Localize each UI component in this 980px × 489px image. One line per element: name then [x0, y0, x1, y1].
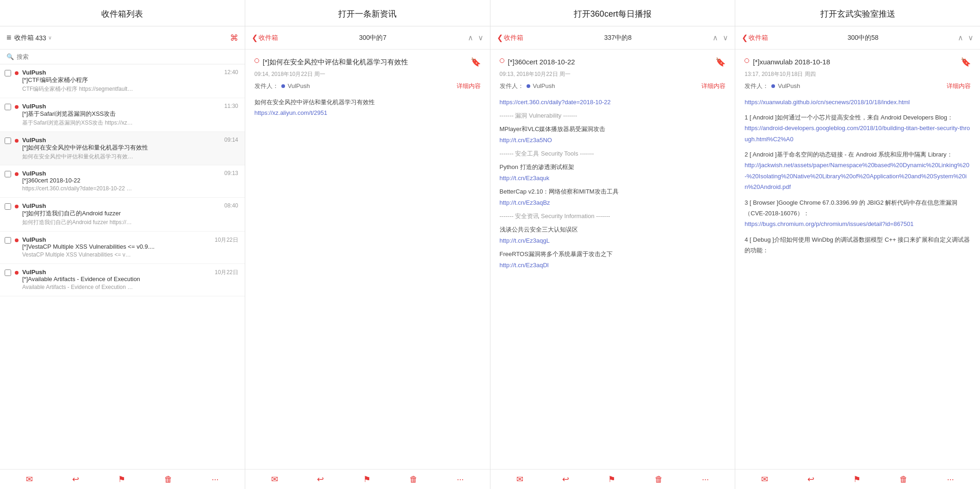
item2-link[interactable]: http://t.cn/Ez3aquk: [500, 175, 550, 182]
email-content: VulPush [*]如何在安全风控中评估和量化机器学习有效性 如何在安全风控中…: [22, 137, 221, 161]
filter-icon[interactable]: ⌘: [230, 33, 238, 43]
email-sender: VulPush: [22, 236, 211, 243]
bookmark-icon[interactable]: 🔖: [961, 57, 971, 67]
panel-360cert: ❮ 收件箱 337中的8 ∧ ∨ [*]360cert 2018-10-22 🔖: [490, 26, 736, 489]
more-button[interactable]: ···: [947, 475, 954, 484]
reply-button[interactable]: ✉: [26, 474, 33, 484]
detail-sender: 发件人： VulPush: [254, 82, 310, 90]
email-checkbox[interactable]: [5, 138, 11, 144]
email-title: [*]CTF编码全家桶小程序: [22, 76, 221, 84]
reply-button[interactable]: ✉: [761, 474, 768, 484]
item2-prefix: 2 [ Android ]基于命名空间的动态链接 - 在 Android 系统和…: [744, 149, 971, 160]
email-title: [*]VestaCP Multiple XSS Vulnerabilities …: [22, 243, 211, 250]
separator-3: ------- 安全资讯 Security Information ------…: [500, 211, 726, 221]
item5-link[interactable]: http://t.cn/Ez3aqDl: [500, 262, 549, 269]
more-detail-button[interactable]: 详细内容: [457, 82, 481, 90]
email-list: VulPush [*]CTF编码全家桶小程序 CTF编码全家桶小程序 https…: [0, 64, 245, 469]
hamburger-icon[interactable]: ≡: [6, 33, 12, 43]
more-button[interactable]: ···: [212, 475, 219, 484]
email-checkbox[interactable]: [5, 237, 11, 244]
top-labels: 收件箱列表 打开一条新资讯 打开360cert每日播报 打开玄武实验室推送: [0, 0, 980, 26]
search-input[interactable]: [17, 53, 238, 60]
item1-link[interactable]: https://android-developers.googleblog.co…: [744, 125, 970, 142]
email-time: 10月22日: [215, 269, 238, 276]
delete-button[interactable]: 🗑: [655, 475, 663, 484]
email-sender: VulPush: [22, 202, 221, 209]
flag-button[interactable]: ⚑: [363, 474, 371, 484]
prev-button[interactable]: ∧: [713, 33, 718, 42]
email-checkbox[interactable]: [5, 203, 11, 210]
back-chevron-icon: ❮: [252, 33, 258, 42]
sender-label: 发件人：: [254, 82, 279, 90]
email-checkbox[interactable]: [5, 104, 11, 110]
more-detail-button[interactable]: 详细内容: [701, 82, 726, 90]
email-item[interactable]: VulPush [*]360cert 2018-10-22 https://ce…: [0, 165, 245, 198]
body-link[interactable]: https://xz.aliyun.com/t/2951: [254, 109, 328, 116]
more-button[interactable]: ···: [457, 475, 464, 484]
email-title: [*]基于Safari浏览器漏洞的XSS攻击: [22, 110, 221, 118]
email-time: 08:40: [224, 202, 238, 209]
detail-date: 13:17, 2018年10月18日 周四: [744, 70, 971, 78]
email-checkbox[interactable]: [5, 270, 11, 276]
email-preview: VestaCP Multiple XSS Vulnerabilities <= …: [22, 251, 133, 259]
email-sender: VulPush: [22, 69, 221, 76]
sender-name: VulPush: [778, 82, 800, 89]
email-item[interactable]: VulPush [*]Available Artifacts - Evidenc…: [0, 264, 245, 296]
email-time: 12:40: [224, 69, 238, 75]
bookmark-icon[interactable]: 🔖: [715, 57, 726, 67]
back-button[interactable]: ❮ 收件箱: [742, 33, 768, 42]
next-button[interactable]: ∨: [478, 33, 484, 42]
email-item[interactable]: VulPush [*]如何在安全风控中评估和量化机器学习有效性 如何在安全风控中…: [0, 132, 245, 166]
delete-button[interactable]: 🗑: [164, 475, 173, 484]
forward-button[interactable]: ↩: [72, 474, 79, 484]
item3-link[interactable]: https://bugs.chromium.org/p/chromium/iss…: [744, 220, 913, 227]
email-item[interactable]: VulPush [*]基于Safari浏览器漏洞的XSS攻击 基于Safari浏…: [0, 98, 245, 132]
next-button[interactable]: ∨: [968, 33, 974, 42]
flag-button[interactable]: ⚑: [118, 474, 125, 484]
email-time: 09:13: [224, 170, 238, 176]
prev-button[interactable]: ∧: [468, 33, 473, 42]
prev-button[interactable]: ∧: [958, 33, 963, 42]
email-sender: VulPush: [22, 103, 221, 110]
forward-button[interactable]: ↩: [807, 474, 814, 484]
reply-button[interactable]: ✉: [271, 474, 278, 484]
item4-link[interactable]: http://t.cn/Ez3aqgL: [500, 237, 550, 244]
item2-link[interactable]: http://jackwish.net/assets/paper/Namespa…: [744, 162, 969, 190]
email-item[interactable]: VulPush [*]CTF编码全家桶小程序 CTF编码全家桶小程序 https…: [0, 64, 245, 98]
next-button[interactable]: ∨: [723, 33, 728, 42]
email-checkbox[interactable]: [5, 171, 11, 177]
detail-body: 如何在安全风控中评估和量化机器学习有效性 https://xz.aliyun.c…: [254, 97, 481, 119]
back-button[interactable]: ❮ 收件箱: [497, 33, 523, 42]
title-area: [*]360cert 2018-10-22: [500, 57, 716, 70]
email-item[interactable]: VulPush [*]如何打造我们自己的Android fuzzer 如何打造我…: [0, 198, 245, 232]
position-label: 300中的7: [359, 34, 386, 42]
panel-inbox: ≡ 收件箱 433 ∨ ⌘ 🔍: [0, 26, 245, 489]
back-button[interactable]: ❮ 收件箱: [252, 33, 278, 42]
flag-button[interactable]: ⚑: [853, 474, 861, 484]
delete-button[interactable]: 🗑: [409, 475, 418, 484]
inbox-label-area[interactable]: 收件箱 433 ∨: [14, 34, 52, 42]
delete-button[interactable]: 🗑: [899, 475, 908, 484]
flag-button[interactable]: ⚑: [608, 474, 615, 484]
forward-button[interactable]: ↩: [562, 474, 569, 484]
more-button[interactable]: ···: [702, 475, 709, 484]
nav-buttons: ∧ ∨: [713, 33, 728, 42]
email-item[interactable]: VulPush [*]VestaCP Multiple XSS Vulnerab…: [0, 232, 245, 264]
cert-link[interactable]: https://cert.360.cn/daily?date=2018-10-2…: [500, 99, 611, 106]
reply-button[interactable]: ✉: [516, 474, 523, 484]
xuanwu-link[interactable]: https://xuanwulab.github.io/cn/secnews/2…: [744, 99, 910, 106]
back-chevron-icon: ❮: [497, 33, 503, 42]
more-detail-button[interactable]: 详细内容: [947, 82, 971, 90]
detail-title: [*]xuanwulab 2018-10-18: [753, 57, 830, 68]
bookmark-icon[interactable]: 🔖: [471, 57, 481, 67]
item1-link[interactable]: http://t.cn/Ez3a5NO: [500, 137, 552, 144]
title-row: [*]xuanwulab 2018-10-18 🔖: [744, 57, 971, 70]
panel3-header: ❮ 收件箱 337中的8 ∧ ∨: [490, 26, 735, 50]
email-checkbox[interactable]: [5, 70, 11, 76]
nav-buttons: ∧ ∨: [958, 33, 974, 42]
unread-circle: [744, 58, 749, 63]
forward-button[interactable]: ↩: [317, 474, 324, 484]
item3-link[interactable]: http://t.cn/Ez3aqBz: [500, 199, 550, 206]
detail-sender-row: 发件人： VulPush 详细内容: [254, 82, 481, 90]
email-title: [*]如何在安全风控中评估和量化机器学习有效性: [22, 144, 221, 152]
